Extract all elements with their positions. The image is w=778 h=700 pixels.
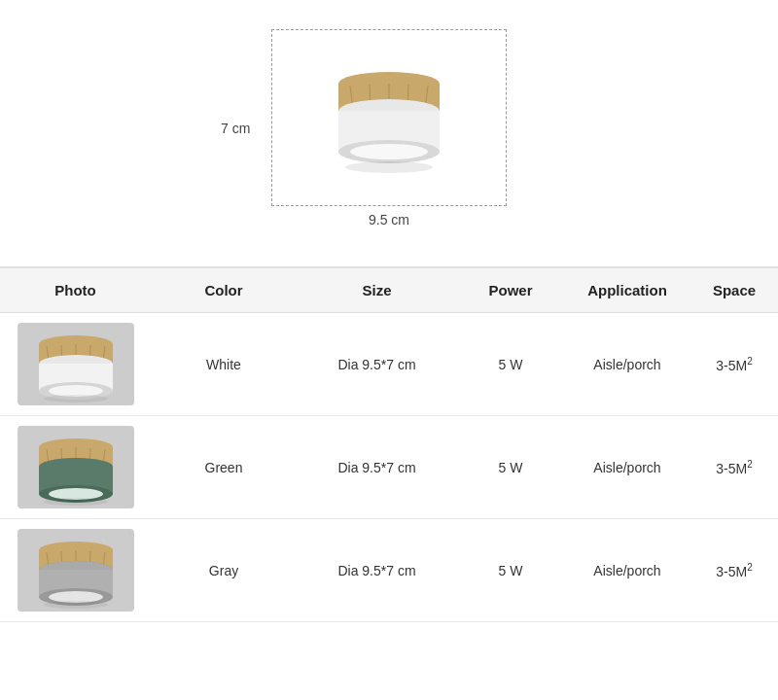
col-application: Application [564, 282, 690, 298]
cell-color-gray: Gray [151, 551, 297, 590]
height-label: 7 cm [221, 121, 250, 136]
dashed-box [271, 29, 507, 206]
table-row: Gray Dia 9.5*7 cm 5 W Aisle/porch 3-5M2 [0, 519, 778, 622]
cell-photo-green [0, 416, 151, 518]
svg-point-40 [44, 498, 108, 506]
col-photo: Photo [0, 282, 151, 298]
svg-point-11 [350, 144, 428, 159]
product-table: Photo Color Size Power Application Space [0, 266, 778, 622]
cell-size-green: Dia 9.5*7 cm [297, 448, 457, 487]
cell-size-white: Dia 9.5*7 cm [297, 345, 457, 384]
svg-point-12 [345, 161, 433, 173]
svg-point-26 [44, 395, 108, 402]
cell-color-green: Green [151, 448, 297, 487]
cell-application-gray: Aisle/porch [564, 551, 690, 590]
cell-size-gray: Dia 9.5*7 cm [297, 551, 457, 590]
product-diagram: 7 cm [0, 0, 778, 237]
cell-photo-white [0, 313, 151, 415]
cell-application-green: Aisle/porch [564, 448, 690, 487]
col-power: Power [457, 282, 564, 298]
width-label: 9.5 cm [271, 212, 507, 228]
diagram-wrapper: 7 cm [271, 29, 507, 228]
table-header: Photo Color Size Power Application Space [0, 268, 778, 313]
table-row: White Dia 9.5*7 cm 5 W Aisle/porch 3-5M2 [0, 313, 778, 416]
cell-power-white: 5 W [457, 345, 564, 384]
cell-space-green: 3-5M2 [690, 447, 778, 488]
svg-point-54 [44, 601, 108, 609]
col-size: Size [297, 282, 457, 298]
table-row: Green Dia 9.5*7 cm 5 W Aisle/porch 3-5M2 [0, 416, 778, 519]
cell-application-white: Aisle/porch [564, 345, 690, 384]
lamp-main-image [311, 50, 467, 186]
cell-color-white: White [151, 345, 297, 384]
cell-power-gray: 5 W [457, 551, 564, 590]
cell-space-gray: 3-5M2 [690, 550, 778, 591]
col-space: Space [690, 282, 778, 298]
col-color: Color [151, 282, 297, 298]
cell-power-green: 5 W [457, 448, 564, 487]
cell-photo-gray [0, 519, 151, 621]
cell-space-white: 3-5M2 [690, 344, 778, 385]
